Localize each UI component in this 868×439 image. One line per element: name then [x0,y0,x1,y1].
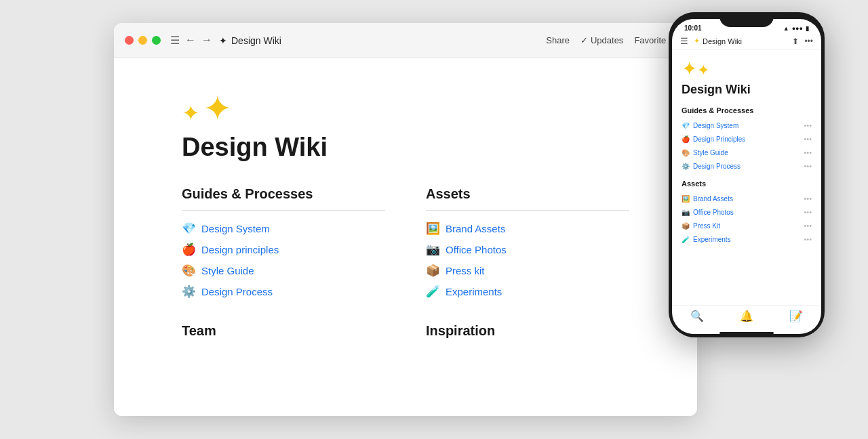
camera-icon: 📷 [426,243,440,257]
sections-grid: Guides & Processes 💎 Design System 🍎 Des… [182,186,629,299]
phone-item-label: Design System [693,122,738,129]
phone-list-item[interactable]: 🍎 Design Principles ••• [682,132,812,146]
section-assets: Assets 🖼️ Brand Assets 📷 Office Photos 📦… [426,186,629,299]
phone-title-text: Design Wiki [703,37,742,45]
phone-item-more-icon[interactable]: ••• [804,222,812,230]
phone-item-more-icon[interactable]: ••• [804,148,812,156]
phone-sparkle-icon: ✦ [694,37,700,45]
phone-list-item[interactable]: 💎 Design System ••• [682,119,812,132]
section-inspiration: Inspiration [426,323,629,347]
close-button[interactable] [125,36,134,45]
section-team-heading: Team [182,323,385,339]
section-assets-heading: Assets [426,186,629,202]
phone-more-icon[interactable]: ••• [804,37,813,46]
item-label: Design System [201,223,270,234]
phone-item-more-icon[interactable]: ••• [804,135,812,143]
favorite-button[interactable]: Favorite [634,35,666,45]
phone-browser-icons: ⬆ ••• [792,37,813,46]
item-label: Brand Assets [446,223,505,234]
titlebar-nav-icons: ☰ ← → [170,34,212,47]
list-item[interactable]: 🍎 Design principles [182,243,385,257]
forward-icon[interactable]: → [201,34,212,47]
browser-titlebar: ☰ ← → ✦ Design Wiki Share ✓ Updates Favo… [114,23,697,58]
phone-frame-icon: 🖼️ [682,195,690,203]
battery-icon: ▮ [806,25,809,32]
back-icon[interactable]: ← [185,34,196,47]
fullscreen-button[interactable] [152,36,161,45]
phone-page-title-text: Design Wiki [682,83,812,97]
share-button[interactable]: Share [546,35,570,45]
list-item[interactable]: 🖼️ Brand Assets [426,222,629,236]
page-sparkle-emoji: ✦✦ [182,91,629,126]
phone-list-item[interactable]: 🎨 Style Guide ••• [682,146,812,159]
phone-camera-icon: 📷 [682,209,690,216]
phone-section-assets: Assets 🖼️ Brand Assets ••• 📷 Office Phot… [682,180,812,246]
list-item[interactable]: ⚙️ Design Process [182,285,385,299]
phone-list-item[interactable]: 🧪 Experiments ••• [682,232,812,246]
phone-compose-tab[interactable]: 📝 [789,310,803,322]
titlebar-actions: Share ✓ Updates Favorite ••• [546,35,686,45]
phone-page-content: ✦✦ Design Wiki Guides & Processes 💎 Desi… [672,49,821,305]
phone-tabbar: 🔍 🔔 📝 [672,305,821,329]
titlebar-title-text: Design Wiki [231,35,281,46]
item-label: Design Process [201,286,273,297]
phone-item-label: Design Principles [693,135,745,143]
section-guides-items: 💎 Design System 🍎 Design principles 🎨 St… [182,222,385,299]
list-item[interactable]: 💎 Design System [182,222,385,236]
phone-list-item[interactable]: 🖼️ Brand Assets ••• [682,192,812,205]
phone-item-more-icon[interactable]: ••• [804,194,812,203]
phone-home-indicator [719,332,774,334]
sidebar-toggle-icon[interactable]: ☰ [170,34,180,47]
phone-item-more-icon[interactable]: ••• [804,208,812,216]
titlebar-page-title: ✦ Design Wiki [219,35,546,46]
phone-list-item[interactable]: 📦 Press Kit ••• [682,219,812,232]
list-item[interactable]: 📦 Press kit [426,264,629,278]
frame-icon: 🖼️ [426,222,440,236]
phone-list-item[interactable]: ⚙️ Design Process ••• [682,159,812,173]
phone-tools-icon: ⚙️ [682,163,690,170]
phone-diamond-icon: 💎 [682,122,690,129]
sparkle-icon: ✦ [219,35,227,46]
phone-item-more-icon[interactable]: ••• [804,235,812,243]
updates-button[interactable]: ✓ Updates [580,35,623,45]
list-item[interactable]: 📷 Office Photos [426,243,629,257]
phone-section-assets-heading: Assets [682,180,812,188]
item-label: Experiments [446,286,502,297]
phone-box-icon: 📦 [682,222,690,230]
checkmark-icon: ✓ [580,35,588,45]
phone-item-more-icon[interactable]: ••• [804,162,812,170]
list-item[interactable]: 🧪 Experiments [426,285,629,299]
phone-search-tab[interactable]: 🔍 [690,310,704,322]
phone-page-sparkle: ✦✦ [682,58,812,80]
phone-time: 10:01 [684,24,702,32]
bottom-sections: Team Inspiration [182,323,629,347]
phone-notch [719,12,774,27]
phone-share-icon[interactable]: ⬆ [792,37,799,46]
list-item[interactable]: 🎨 Style Guide [182,264,385,278]
phone-flask-icon: 🧪 [682,236,690,243]
phone-menu-icon[interactable]: ☰ [680,36,688,46]
phone-list-item[interactable]: 📷 Office Photos ••• [682,205,812,219]
traffic-lights [125,36,161,45]
section-inspiration-heading: Inspiration [426,323,629,339]
phone-item-label: Experiments [693,236,731,243]
phone-section-guides-heading: Guides & Processes [682,106,812,114]
phone-item-label: Brand Assets [693,195,733,203]
palette-icon: 🎨 [182,264,196,278]
phone-page-title: ✦ Design Wiki [694,37,787,45]
phone-notifications-tab[interactable]: 🔔 [740,310,753,322]
phone-item-more-icon[interactable]: ••• [804,121,812,129]
item-label: Press kit [446,265,485,276]
phone-browserbar: ☰ ✦ Design Wiki ⬆ ••• [672,33,821,49]
phone-palette-icon: 🎨 [682,149,690,156]
apple-icon: 🍎 [182,243,196,257]
tools-icon: ⚙️ [182,285,196,299]
minimize-button[interactable] [138,36,147,45]
diamond-icon: 💎 [182,222,196,236]
wifi-icon: ▲ [783,25,789,32]
page-content: ✦✦ Design Wiki Guides & Processes 💎 Desi… [114,58,697,416]
section-team: Team [182,323,385,347]
page-title: Design Wiki [182,133,629,162]
browser-window: ☰ ← → ✦ Design Wiki Share ✓ Updates Favo… [114,23,697,416]
section-assets-items: 🖼️ Brand Assets 📷 Office Photos 📦 Press … [426,222,629,299]
